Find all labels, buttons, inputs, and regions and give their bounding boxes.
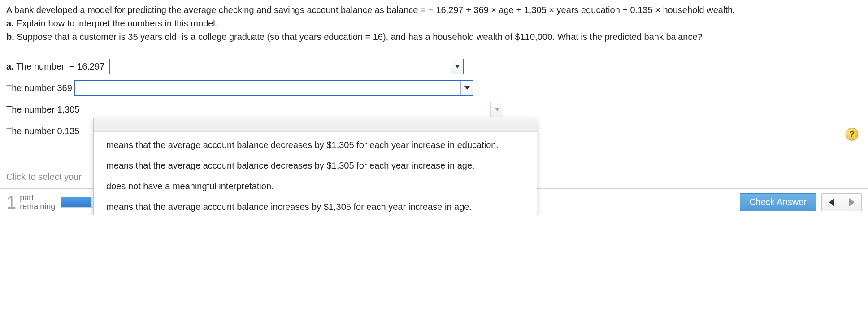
- chevron-down-icon: [464, 86, 470, 90]
- dropdown-panel-1305: means that the average account balance d…: [93, 118, 537, 215]
- parts-label: part remaining: [20, 194, 55, 211]
- question-text: A bank developed a model for predicting …: [0, 0, 868, 52]
- row-label-4: The number 0.135: [6, 126, 82, 136]
- triangle-right-icon: [849, 198, 855, 206]
- chevron-down-icon: [495, 108, 500, 111]
- row-label-2: The number 369: [6, 83, 74, 93]
- progress-fill: [61, 197, 91, 207]
- select-369[interactable]: [74, 80, 473, 96]
- select-1305-arrow[interactable]: [490, 102, 503, 117]
- answer-row-1: a. The number − 16,297: [6, 59, 862, 74]
- check-answer-button[interactable]: Check Answer: [740, 193, 816, 211]
- parts-remaining: 1 part remaining: [6, 193, 55, 211]
- dropdown-option-0[interactable]: means that the average account balance d…: [94, 135, 537, 155]
- dropdown-option-3[interactable]: means that the average account balance i…: [94, 196, 537, 215]
- triangle-left-icon: [829, 198, 834, 206]
- select-1305-value: [82, 102, 490, 117]
- row-label-3: The number 1,305: [6, 105, 82, 115]
- select-1305[interactable]: [82, 102, 503, 117]
- nav-group: [821, 193, 862, 211]
- dropdown-header: [94, 118, 537, 132]
- select-16297-arrow[interactable]: [451, 59, 463, 74]
- dropdown-option-2[interactable]: does not have a meaningful interpretatio…: [94, 176, 537, 196]
- select-369-value: [75, 81, 460, 95]
- select-16297-value: [110, 59, 451, 74]
- answer-area: a. The number − 16,297 The number 369 Th…: [0, 52, 868, 139]
- next-button[interactable]: [842, 194, 861, 211]
- answer-row-3: The number 1,305: [6, 102, 862, 117]
- parts-count: 1: [6, 193, 16, 211]
- question-intro: A bank developed a model for predicting …: [6, 4, 862, 16]
- question-part-a: a. a. Explain how to interpret the numbe…: [6, 17, 862, 30]
- chevron-down-icon: [455, 65, 460, 68]
- select-369-arrow[interactable]: [460, 81, 473, 95]
- answer-row-2: The number 369: [6, 80, 862, 96]
- select-16297[interactable]: [109, 59, 464, 74]
- prev-button[interactable]: [822, 194, 842, 211]
- help-button[interactable]: ?: [846, 128, 858, 140]
- row-label-1: a. The number − 16,297: [6, 61, 109, 72]
- dropdown-body: means that the average account balance d…: [94, 132, 537, 215]
- dropdown-option-1[interactable]: means that the average account balance d…: [94, 155, 537, 176]
- question-part-b: b. b. Suppose that a customer is 35 year…: [6, 30, 862, 43]
